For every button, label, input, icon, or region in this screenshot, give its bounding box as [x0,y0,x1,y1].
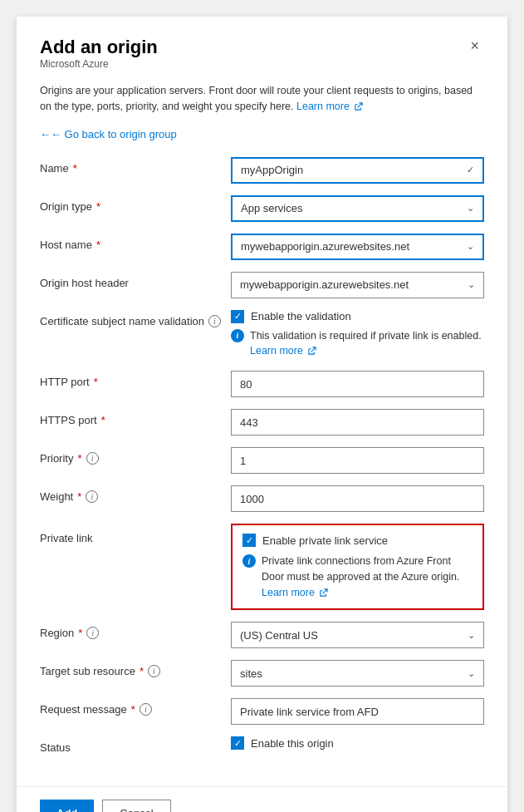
external-link-icon-1 [354,102,363,111]
cert-validation-info-text: This validation is required if private l… [250,328,484,360]
https-port-row: HTTPS port * [40,409,484,436]
back-arrow-icon: ← [40,128,51,140]
priority-row: Priority * i [40,447,484,474]
request-message-info-icon: i [140,703,152,716]
status-row: Status ✓ Enable this origin [40,736,484,761]
region-required: * [78,627,82,639]
name-label: Name * [40,157,231,175]
private-link-checkbox[interactable]: ✓ [242,534,256,547]
request-message-row: Request message * i [40,698,484,725]
panel-title: Add an origin [40,37,158,58]
panel-subtitle: Microsoft Azure [40,58,158,70]
origin-type-label: Origin type * [40,195,231,213]
target-sub-resource-control: sites ⌄ [231,660,484,687]
origin-type-row: Origin type * App services ⌄ [40,195,484,222]
region-label: Region * i [40,622,231,639]
http-port-row: HTTP port * [40,371,484,397]
host-name-required: * [96,239,100,251]
region-caret-icon: ⌄ [468,630,475,641]
origin-host-header-caret-icon: ⌄ [468,279,475,290]
host-name-label: Host name * [40,234,231,251]
private-link-info-circle: i [242,554,256,568]
weight-required: * [77,490,81,503]
origin-type-dropdown[interactable]: App services ⌄ [231,195,484,222]
request-message-control [231,698,484,725]
origin-host-header-label: Origin host header [40,272,231,289]
cert-validation-check-icon: ✓ [234,312,242,321]
cert-learn-more-external-icon [307,347,316,356]
host-name-dropdown[interactable]: mywebapporigin.azurewebsites.net ⌄ [231,234,484,260]
private-link-learn-more-external-icon [319,588,328,598]
host-name-row: Host name * mywebapporigin.azurewebsites… [40,234,484,260]
http-port-input[interactable] [231,371,484,397]
weight-row: Weight * i [40,485,484,512]
host-name-control: mywebapporigin.azurewebsites.net ⌄ [231,234,484,260]
http-port-label: HTTP port * [40,371,231,388]
name-control: myAppOrigin ✓ [231,157,484,184]
priority-control [231,447,484,474]
private-link-check-icon: ✓ [246,536,253,545]
priority-info-icon: i [86,452,99,465]
priority-label: Priority * i [40,447,231,465]
name-dropdown[interactable]: myAppOrigin ✓ [231,157,484,184]
request-message-label: Request message * i [40,698,231,716]
cert-validation-info-circle: i [231,329,244,342]
add-button[interactable]: Add [40,800,94,812]
weight-control [231,485,484,512]
weight-input[interactable] [231,485,484,512]
private-link-control: ✓ Enable private link service i Private … [231,524,484,610]
origin-type-required: * [96,200,100,213]
target-sub-resource-info-icon: i [148,665,160,677]
origin-host-header-control: mywebapporigin.azurewebsites.net ⌄ [231,272,484,298]
status-control: ✓ Enable this origin [231,736,484,755]
private-link-row: Private link ✓ Enable private link servi… [40,524,484,610]
panel-footer: Add Cancel [17,786,507,812]
name-required: * [73,162,77,175]
weight-info-icon: i [86,490,98,503]
cancel-button[interactable]: Cancel [102,800,170,812]
priority-input[interactable] [231,447,484,474]
cert-validation-checkbox[interactable]: ✓ [231,310,244,323]
status-checkbox[interactable]: ✓ [231,736,244,750]
target-sub-resource-dropdown[interactable]: sites ⌄ [231,660,484,687]
private-link-learn-more-link[interactable]: Learn more [262,587,328,598]
status-check-icon: ✓ [234,739,242,748]
cert-validation-info-icon: i [208,315,221,327]
http-port-control [231,371,484,397]
back-to-origin-group-link[interactable]: ← ← Go back to origin group [40,128,177,140]
https-port-label: HTTPS port * [40,409,231,426]
add-origin-panel: Add an origin Microsoft Azure × Origins … [17,17,507,812]
priority-required: * [77,452,81,465]
weight-label: Weight * i [40,485,231,503]
private-link-box: ✓ Enable private link service i Private … [231,524,484,610]
region-info-icon: i [86,627,99,639]
origin-host-header-dropdown[interactable]: mywebapporigin.azurewebsites.net ⌄ [231,272,484,298]
private-link-info-box: i Private link connections from Azure Fr… [242,554,473,600]
region-control: (US) Central US ⌄ [231,622,484,648]
region-dropdown[interactable]: (US) Central US ⌄ [231,622,484,648]
cert-validation-info-box: i This validation is required if private… [231,328,484,360]
cert-validation-row: Certificate subject name validation i ✓ … [40,310,484,360]
origin-type-caret-icon: ⌄ [467,203,474,214]
header-text-group: Add an origin Microsoft Azure [40,37,158,80]
description-text: Origins are your application servers. Fr… [40,83,484,115]
origin-host-header-row: Origin host header mywebapporigin.azurew… [40,272,484,298]
status-checkbox-row: ✓ Enable this origin [231,736,484,750]
target-sub-resource-required: * [140,665,144,677]
target-sub-resource-row: Target sub resource * i sites ⌄ [40,660,484,687]
request-message-input[interactable] [231,698,484,725]
request-message-required: * [131,703,135,716]
cert-validation-label: Certificate subject name validation i [40,310,231,327]
cert-validation-learn-more-link[interactable]: Learn more [250,345,316,357]
private-link-info-text: Private link connections from Azure Fron… [262,554,473,600]
name-caret-icon: ✓ [467,165,474,175]
origin-type-control: App services ⌄ [231,195,484,222]
status-label: Status [40,736,231,754]
private-link-label: Private link [40,524,231,544]
https-port-input[interactable] [231,409,484,436]
close-button[interactable]: × [465,37,484,55]
learn-more-link-1[interactable]: Learn more [296,101,363,112]
private-link-checkbox-row: ✓ Enable private link service [242,534,473,547]
cert-validation-checkbox-row: ✓ Enable the validation [231,310,484,323]
host-name-caret-icon: ⌄ [467,241,474,252]
